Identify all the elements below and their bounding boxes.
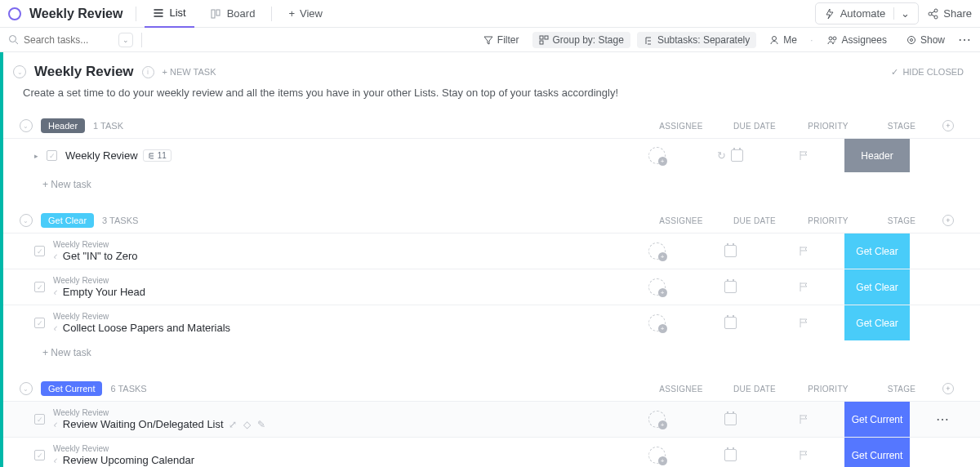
collapse-group-button[interactable]: ⌄ [20, 214, 33, 227]
calendar-icon[interactable] [731, 149, 743, 162]
new-task-row[interactable]: + New task [3, 340, 980, 365]
collapse-list-button[interactable]: ⌄ [13, 65, 26, 78]
col-due-date[interactable]: Due date [722, 216, 787, 225]
info-icon[interactable]: i [142, 66, 154, 78]
add-assignee-icon[interactable] [648, 411, 666, 428]
chevron-down-icon[interactable]: ⌄ [893, 7, 910, 20]
expand-icon[interactable]: ▸ [34, 152, 38, 160]
complete-checkbox[interactable]: ✓ [34, 282, 45, 292]
tab-list[interactable]: List [145, 0, 194, 28]
new-task-button[interactable]: + NEW TASK [163, 67, 216, 77]
col-assignee[interactable]: Assignee [648, 216, 714, 225]
col-priority[interactable]: Priority [795, 216, 861, 225]
col-stage[interactable]: Stage [869, 122, 934, 131]
priority-cell[interactable] [771, 414, 836, 425]
calendar-icon[interactable] [724, 245, 737, 257]
col-assignee[interactable]: Assignee [648, 385, 714, 394]
calendar-icon[interactable] [724, 317, 737, 329]
stage-cell[interactable]: Get Clear [844, 305, 910, 340]
due-date-cell[interactable] [697, 317, 763, 329]
stage-cell[interactable]: Get Current [844, 438, 910, 467]
recurring-icon[interactable]: ↻ [717, 149, 726, 162]
search-wrap[interactable]: ⌄ [8, 33, 142, 47]
priority-cell[interactable] [771, 150, 836, 161]
complete-checkbox[interactable]: ✓ [34, 318, 45, 328]
assignee-cell[interactable] [624, 278, 689, 296]
tab-board[interactable]: Board [203, 0, 264, 28]
task-row[interactable]: ▸ ✓ Weekly Review 11 ↻ Header [3, 138, 980, 172]
add-assignee-icon[interactable] [648, 147, 666, 164]
due-date-cell[interactable]: ↻ [697, 149, 763, 162]
due-date-cell[interactable] [697, 245, 763, 257]
share-button[interactable]: Share [927, 7, 972, 20]
priority-cell[interactable] [771, 318, 836, 328]
priority-cell[interactable] [771, 246, 836, 256]
collapse-group-button[interactable]: ⌄ [20, 119, 33, 132]
calendar-icon[interactable] [724, 281, 737, 293]
task-row[interactable]: ✓ Weekly Review ⌐ Review Upcoming Calend… [3, 437, 980, 467]
complete-checkbox[interactable]: ✓ [34, 450, 45, 460]
priority-cell[interactable] [771, 450, 836, 460]
automate-button[interactable]: Automate ⌄ [815, 2, 920, 24]
due-date-cell[interactable] [697, 413, 763, 425]
task-row[interactable]: ✓ Weekly Review ⌐ Collect Loose Papers a… [3, 305, 980, 340]
complete-checkbox[interactable]: ✓ [34, 246, 45, 256]
edit-icon[interactable]: ✎ [257, 419, 265, 430]
assignee-cell[interactable] [624, 447, 689, 464]
group-stage-chip[interactable]: Get Current [41, 381, 102, 396]
hide-closed-button[interactable]: ✓ HIDE CLOSED [891, 67, 964, 78]
col-stage[interactable]: Stage [869, 216, 934, 225]
add-column-button[interactable]: + [942, 120, 967, 131]
assignee-cell[interactable] [624, 242, 689, 260]
tag-icon[interactable]: ◇ [243, 419, 251, 430]
group-stage-chip[interactable]: Get Clear [41, 213, 94, 228]
svg-point-5 [10, 36, 16, 42]
col-priority[interactable]: Priority [795, 122, 861, 131]
group-stage-chip[interactable]: Header [41, 118, 85, 133]
col-priority[interactable]: Priority [795, 385, 861, 394]
add-assignee-icon[interactable] [648, 242, 666, 260]
col-assignee[interactable]: Assignee [648, 122, 714, 131]
more-menu-button[interactable]: ⋯ [958, 32, 972, 47]
priority-cell[interactable] [771, 282, 836, 292]
assignee-cell[interactable] [624, 147, 689, 164]
tab-board-label: Board [227, 7, 256, 20]
add-column-button[interactable]: + [942, 215, 967, 226]
task-more-button[interactable]: ⋯ [936, 411, 950, 427]
subtask-count-badge[interactable]: 11 [143, 149, 172, 162]
add-column-button[interactable]: + [942, 383, 967, 394]
stage-cell[interactable]: Get Clear [844, 269, 910, 305]
add-assignee-icon[interactable] [648, 278, 666, 296]
add-view-button[interactable]: + View [280, 0, 331, 28]
assignee-cell[interactable] [624, 314, 689, 331]
complete-checkbox[interactable]: ✓ [47, 150, 57, 161]
col-due-date[interactable]: Due date [722, 385, 787, 394]
due-date-cell[interactable] [697, 281, 763, 293]
collapse-group-button[interactable]: ⌄ [20, 382, 33, 395]
stage-cell[interactable]: Header [844, 139, 910, 172]
complete-checkbox[interactable]: ✓ [34, 414, 45, 425]
expand-task-icon[interactable]: ⤢ [229, 419, 237, 430]
task-row[interactable]: ✓ Weekly Review ⌐ Review Waiting On/Dele… [3, 401, 980, 437]
calendar-icon[interactable] [724, 449, 737, 461]
due-date-cell[interactable] [697, 449, 763, 461]
stage-cell[interactable]: Get Current [844, 402, 910, 437]
col-due-date[interactable]: Due date [722, 122, 787, 131]
new-task-row[interactable]: + New task [3, 172, 980, 197]
calendar-icon[interactable] [724, 413, 737, 425]
show-button[interactable]: Show [900, 32, 951, 48]
me-button[interactable]: Me [763, 32, 804, 48]
add-assignee-icon[interactable] [648, 314, 666, 331]
subtasks-button[interactable]: Subtasks: Separately [637, 32, 756, 48]
group-by-button[interactable]: Group by: Stage [532, 32, 630, 48]
stage-cell[interactable]: Get Clear [844, 234, 910, 269]
task-row[interactable]: ✓ Weekly Review ⌐ Get "IN" to Zero Get C… [3, 233, 980, 269]
task-row[interactable]: ✓ Weekly Review ⌐ Empty Your Head Get Cl… [3, 269, 980, 305]
col-stage[interactable]: Stage [869, 385, 934, 394]
assignee-cell[interactable] [624, 411, 689, 428]
filter-button[interactable]: Filter [477, 32, 526, 48]
search-options-button[interactable]: ⌄ [118, 33, 133, 47]
assignees-button[interactable]: Assignees [820, 32, 893, 48]
add-assignee-icon[interactable] [648, 447, 666, 464]
search-input[interactable] [24, 34, 114, 46]
